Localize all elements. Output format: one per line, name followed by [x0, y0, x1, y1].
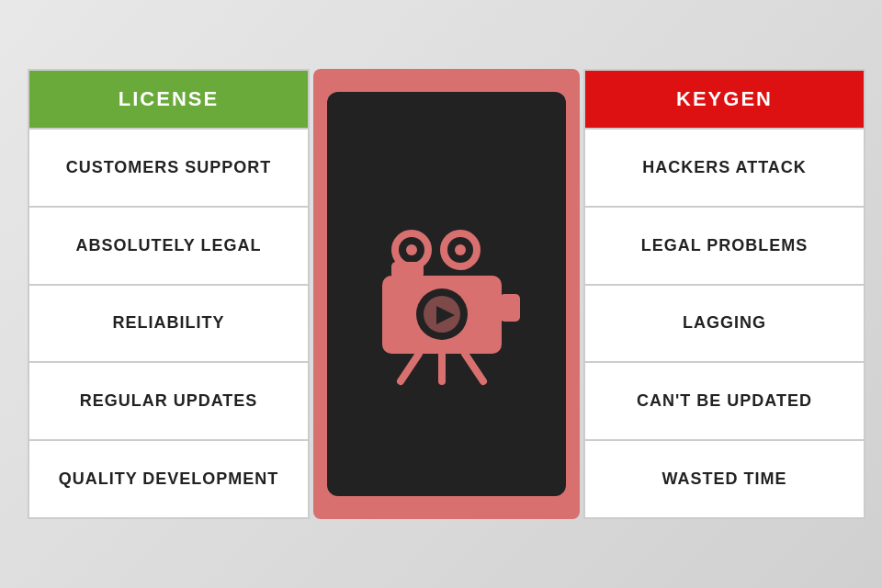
camera-icon — [355, 202, 538, 386]
license-item-0: CUSTOMERS SUPPORT — [29, 128, 308, 206]
comparison-container: LICENSE CUSTOMERS SUPPORT ABSOLUTELY LEG… — [28, 69, 854, 519]
keygen-item-4: WASTED TIME — [585, 439, 864, 517]
svg-point-9 — [455, 244, 466, 255]
keygen-header: KEYGEN — [585, 71, 864, 128]
keygen-item-2: LAGGING — [585, 284, 864, 362]
license-item-2: RELIABILITY — [29, 284, 308, 362]
center-image-column — [313, 69, 580, 519]
license-item-1: ABSOLUTELY LEGAL — [29, 206, 308, 284]
svg-point-7 — [406, 244, 417, 255]
keygen-item-1: LEGAL PROBLEMS — [585, 206, 864, 284]
keygen-item-3: CAN'T BE UPDATED — [585, 361, 864, 439]
keygen-column: KEYGEN HACKERS ATTACK LEGAL PROBLEMS LAG… — [583, 69, 865, 519]
license-column: LICENSE CUSTOMERS SUPPORT ABSOLUTELY LEG… — [28, 69, 310, 519]
camera-box — [327, 92, 566, 496]
svg-line-12 — [465, 354, 483, 381]
license-item-4: QUALITY DEVELOPMENT — [29, 439, 308, 517]
svg-rect-5 — [500, 294, 520, 322]
keygen-item-0: HACKERS ATTACK — [585, 128, 864, 206]
license-header: LICENSE — [29, 71, 308, 128]
svg-line-10 — [401, 354, 419, 381]
license-item-3: REGULAR UPDATES — [29, 361, 308, 439]
